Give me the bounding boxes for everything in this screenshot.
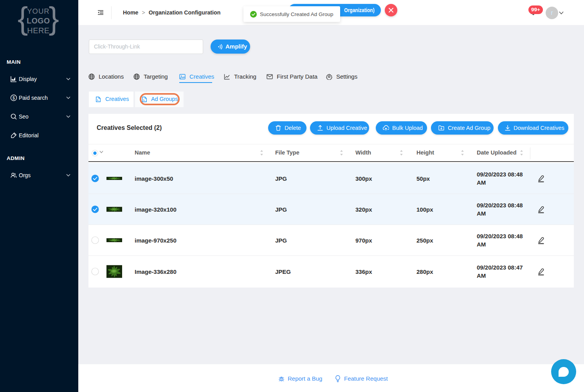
svg-text:$: $ [13,95,15,100]
